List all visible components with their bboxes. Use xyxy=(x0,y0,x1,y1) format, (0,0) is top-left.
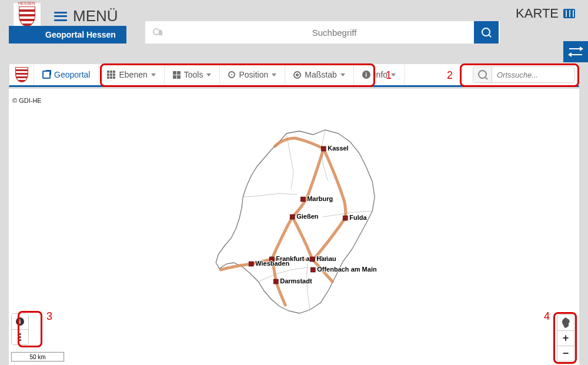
zoom-full-extent-button[interactable] xyxy=(557,315,574,330)
ortssuche-input[interactable] xyxy=(492,71,574,79)
annotation-number-3: 3 xyxy=(46,310,52,323)
hamburger-icon xyxy=(54,12,67,21)
svg-rect-10 xyxy=(249,262,253,266)
annotation-number-1: 1 xyxy=(386,69,392,82)
info-icon: i xyxy=(16,317,24,326)
ortssuche xyxy=(473,66,575,83)
global-search xyxy=(145,21,500,43)
svg-rect-16 xyxy=(273,279,278,284)
svg-text:Offenbach am Main: Offenbach am Main xyxy=(317,266,377,273)
karte-link[interactable]: KARTE xyxy=(516,6,575,21)
svg-text:Hanau: Hanau xyxy=(316,255,336,262)
karte-label-text: KARTE xyxy=(516,6,559,21)
scalebar: 50 km xyxy=(11,352,64,361)
map-zoom-controls: + − xyxy=(557,314,574,361)
svg-rect-14 xyxy=(310,267,315,272)
chevron-down-icon xyxy=(391,73,396,76)
toolbar-item-label: Ebenen xyxy=(119,70,147,79)
svg-text:Wiesbaden: Wiesbaden xyxy=(255,260,289,267)
kebab-icon xyxy=(19,333,21,341)
menu-button[interactable]: MENÜ xyxy=(54,7,118,25)
chevron-down-icon xyxy=(340,73,345,76)
header: MENÜ Geoportal Hessen KARTE xyxy=(0,0,588,56)
svg-text:Marburg: Marburg xyxy=(307,195,333,202)
map-toolbar: Geoportal Ebenen Tools Position Maßstab … xyxy=(9,63,579,87)
info-icon: i xyxy=(362,71,370,79)
search-icon xyxy=(482,28,491,37)
svg-rect-6 xyxy=(343,216,348,220)
toolbar-item-label: Maßstab xyxy=(305,70,336,79)
svg-rect-0 xyxy=(321,146,326,151)
zoom-out-button[interactable]: − xyxy=(557,346,574,361)
toolbar-item-info[interactable]: i Info xyxy=(354,64,405,85)
toolbar-item-ebenen[interactable]: Ebenen xyxy=(99,64,164,85)
ortssuche-button[interactable] xyxy=(473,67,492,82)
map-copyright: © GDI-HE xyxy=(12,97,42,104)
svg-text:Darmstadt: Darmstadt xyxy=(280,277,312,284)
crosshair-icon xyxy=(228,71,235,78)
global-search-input[interactable] xyxy=(169,28,500,38)
toolbar-item-label: Tools xyxy=(184,70,203,79)
zoom-in-button[interactable]: + xyxy=(557,330,574,346)
map-icon xyxy=(563,9,575,18)
external-link-icon xyxy=(42,71,51,79)
svg-rect-12 xyxy=(310,257,315,262)
map-left-controls: i xyxy=(11,313,29,345)
toolbar-menu: Ebenen Tools Position Maßstab i Info xyxy=(99,64,405,85)
chevron-down-icon xyxy=(151,73,156,76)
gear-icon xyxy=(293,71,301,79)
chevron-down-icon xyxy=(272,73,276,76)
toolbar-logo[interactable] xyxy=(9,64,34,85)
global-search-button[interactable] xyxy=(474,21,499,43)
toolbar-item-tools[interactable]: Tools xyxy=(165,64,220,85)
toolbar-item-position[interactable]: Position xyxy=(220,64,285,85)
subbrand-bar[interactable]: Geoportal Hessen xyxy=(9,26,126,43)
chevron-down-icon xyxy=(206,73,211,76)
toolbar-item-massstab[interactable]: Maßstab xyxy=(285,64,353,85)
search-icon xyxy=(478,70,487,79)
search-category-icon xyxy=(145,27,169,38)
annotation-number-2: 2 xyxy=(447,69,453,82)
svg-rect-4 xyxy=(290,215,295,219)
swap-panels-button[interactable] xyxy=(563,41,588,62)
subbrand-label: Geoportal Hessen xyxy=(45,30,116,39)
extent-icon xyxy=(561,317,570,328)
swap-icon xyxy=(569,47,582,56)
tools-icon xyxy=(173,71,181,79)
geoportal-label: Geoportal xyxy=(54,70,90,79)
map-svg: KasselMarburgGießenFuldaFrankfurt am Mai… xyxy=(192,118,404,330)
toolbar-item-label: Position xyxy=(239,70,268,79)
map-info-button[interactable]: i xyxy=(12,314,28,329)
layers-icon xyxy=(107,71,115,79)
svg-text:Fulda: Fulda xyxy=(349,214,367,221)
annotation-number-4: 4 xyxy=(544,310,550,323)
svg-rect-2 xyxy=(300,197,305,202)
map-canvas[interactable]: © GDI-HE KasselMarburgGießenFuldaFrankfu… xyxy=(9,89,579,365)
geoportal-link[interactable]: Geoportal xyxy=(34,64,99,85)
scalebar-label: 50 km xyxy=(29,354,45,360)
map-more-button[interactable] xyxy=(12,329,28,344)
svg-text:Kassel: Kassel xyxy=(328,145,348,152)
menu-label: MENÜ xyxy=(73,7,118,25)
svg-text:Gießen: Gießen xyxy=(296,213,319,220)
